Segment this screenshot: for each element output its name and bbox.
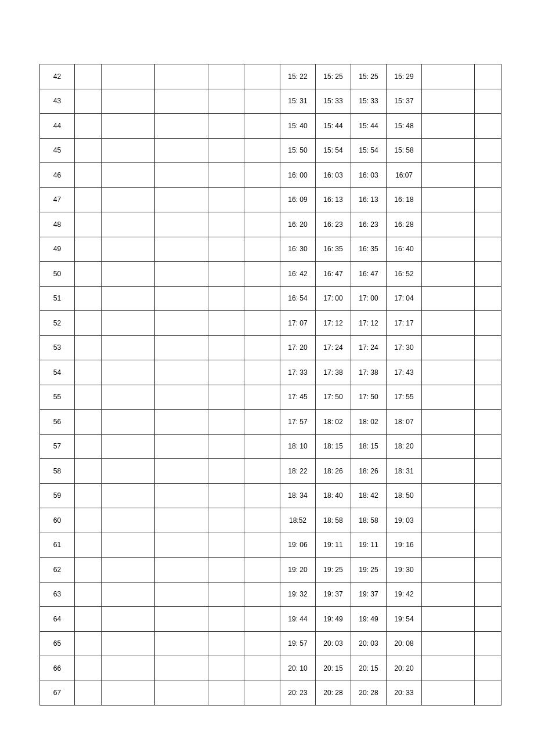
empty-cell: [244, 582, 280, 607]
empty-cell: [422, 212, 475, 237]
time-cell: 18: 02: [316, 410, 351, 435]
empty-cell: [75, 262, 102, 287]
row-number: 63: [40, 582, 75, 607]
empty-cell: [155, 631, 208, 656]
empty-cell: [155, 138, 208, 163]
time-cell: 19: 03: [387, 508, 422, 533]
empty-cell: [102, 187, 155, 212]
time-cell: 20: 28: [316, 681, 351, 706]
row-number: 60: [40, 508, 75, 533]
empty-cell: [155, 508, 208, 533]
time-cell: 19: 11: [351, 533, 387, 558]
empty-cell: [422, 237, 475, 262]
empty-cell: [208, 163, 244, 188]
empty-cell: [422, 114, 475, 139]
empty-cell: [155, 434, 208, 459]
time-cell: 16: 40: [387, 237, 422, 262]
time-cell: 17: 04: [387, 286, 422, 311]
empty-cell: [102, 607, 155, 632]
table-row: 6620: 1020: 1520: 1520: 20: [40, 656, 501, 681]
time-cell: 18: 07: [387, 410, 422, 435]
time-cell: 19: 49: [316, 607, 351, 632]
empty-cell: [155, 64, 208, 89]
time-cell: 20: 20: [387, 656, 422, 681]
empty-cell: [244, 335, 280, 360]
time-cell: 20: 03: [351, 631, 387, 656]
empty-cell: [475, 138, 501, 163]
empty-cell: [155, 483, 208, 508]
time-cell: 16: 35: [351, 237, 387, 262]
empty-cell: [75, 681, 102, 706]
empty-cell: [244, 89, 280, 114]
row-number: 61: [40, 533, 75, 558]
time-cell: 20: 23: [280, 681, 316, 706]
row-number: 65: [40, 631, 75, 656]
time-cell: 18: 31: [387, 459, 422, 484]
time-cell: 20: 08: [387, 631, 422, 656]
table-row: 6219: 2019: 2519: 2519: 30: [40, 558, 501, 583]
empty-cell: [422, 64, 475, 89]
time-cell: 17: 57: [280, 410, 316, 435]
empty-cell: [244, 311, 280, 336]
time-cell: 18: 26: [316, 459, 351, 484]
empty-cell: [422, 656, 475, 681]
empty-cell: [208, 114, 244, 139]
time-cell: 16: 35: [316, 237, 351, 262]
time-cell: 18: 58: [351, 508, 387, 533]
empty-cell: [102, 631, 155, 656]
empty-cell: [102, 335, 155, 360]
row-number: 56: [40, 410, 75, 435]
time-cell: 18: 42: [351, 483, 387, 508]
table-row: 5116: 5417: 0017: 0017: 04: [40, 286, 501, 311]
empty-cell: [102, 311, 155, 336]
time-cell: 17: 50: [351, 385, 387, 410]
empty-cell: [475, 459, 501, 484]
row-number: 62: [40, 558, 75, 583]
empty-cell: [244, 187, 280, 212]
empty-cell: [475, 64, 501, 89]
empty-cell: [155, 311, 208, 336]
time-cell: 18: 22: [280, 459, 316, 484]
time-cell: 17: 43: [387, 360, 422, 385]
empty-cell: [155, 681, 208, 706]
table-row: 5317: 2017: 2417: 2417: 30: [40, 335, 501, 360]
time-cell: 18: 26: [351, 459, 387, 484]
table-row: 4415: 4015: 4415: 4415: 48: [40, 114, 501, 139]
time-cell: 15: 31: [280, 89, 316, 114]
empty-cell: [102, 237, 155, 262]
time-cell: 16: 23: [316, 212, 351, 237]
row-number: 58: [40, 459, 75, 484]
time-cell: 16: 28: [387, 212, 422, 237]
empty-cell: [75, 212, 102, 237]
time-cell: 16: 30: [280, 237, 316, 262]
time-cell: 15: 40: [280, 114, 316, 139]
empty-cell: [75, 64, 102, 89]
time-cell: 19: 42: [387, 582, 422, 607]
empty-cell: [422, 89, 475, 114]
empty-cell: [155, 237, 208, 262]
time-cell: 15: 50: [280, 138, 316, 163]
table-row: 4515: 5015: 5415: 5415: 58: [40, 138, 501, 163]
empty-cell: [75, 237, 102, 262]
time-cell: 15: 25: [316, 64, 351, 89]
empty-cell: [244, 212, 280, 237]
empty-cell: [155, 558, 208, 583]
empty-cell: [208, 656, 244, 681]
empty-cell: [75, 286, 102, 311]
empty-cell: [475, 607, 501, 632]
empty-cell: [155, 360, 208, 385]
row-number: 51: [40, 286, 75, 311]
empty-cell: [475, 262, 501, 287]
time-cell: 16: 47: [351, 262, 387, 287]
empty-cell: [475, 631, 501, 656]
row-number: 46: [40, 163, 75, 188]
table-row: 6720: 2320: 2820: 2820: 33: [40, 681, 501, 706]
table-row: 4616: 0016: 0316: 0316:07: [40, 163, 501, 188]
empty-cell: [244, 385, 280, 410]
empty-cell: [475, 385, 501, 410]
table-row: 5016: 4216: 4716: 4716: 52: [40, 262, 501, 287]
empty-cell: [75, 138, 102, 163]
time-cell: 19: 54: [387, 607, 422, 632]
empty-cell: [155, 114, 208, 139]
time-cell: 15: 33: [351, 89, 387, 114]
